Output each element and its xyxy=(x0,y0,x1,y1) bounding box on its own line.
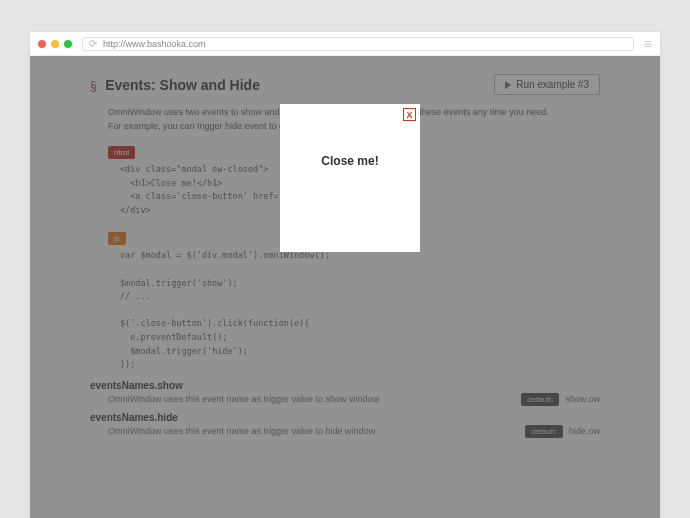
modal-title: Close me! xyxy=(286,154,414,168)
browser-chrome: ⟳ http://www.bashooka.com ≡ xyxy=(30,32,660,56)
address-bar[interactable]: ⟳ http://www.bashooka.com xyxy=(82,37,634,51)
maximize-window-icon[interactable] xyxy=(64,40,72,48)
browser-window: ⟳ http://www.bashooka.com ≡ § Events: Sh… xyxy=(30,32,660,518)
close-window-icon[interactable] xyxy=(38,40,46,48)
reload-icon[interactable]: ⟳ xyxy=(89,38,97,49)
window-controls xyxy=(38,40,72,48)
page-viewport: § Events: Show and Hide Run example #3 O… xyxy=(30,56,660,518)
close-icon: X xyxy=(406,110,412,120)
modal-dialog: X Close me! xyxy=(280,104,420,252)
menu-icon[interactable]: ≡ xyxy=(644,37,652,51)
close-button[interactable]: X xyxy=(403,108,416,121)
minimize-window-icon[interactable] xyxy=(51,40,59,48)
url-text: http://www.bashooka.com xyxy=(103,39,206,49)
